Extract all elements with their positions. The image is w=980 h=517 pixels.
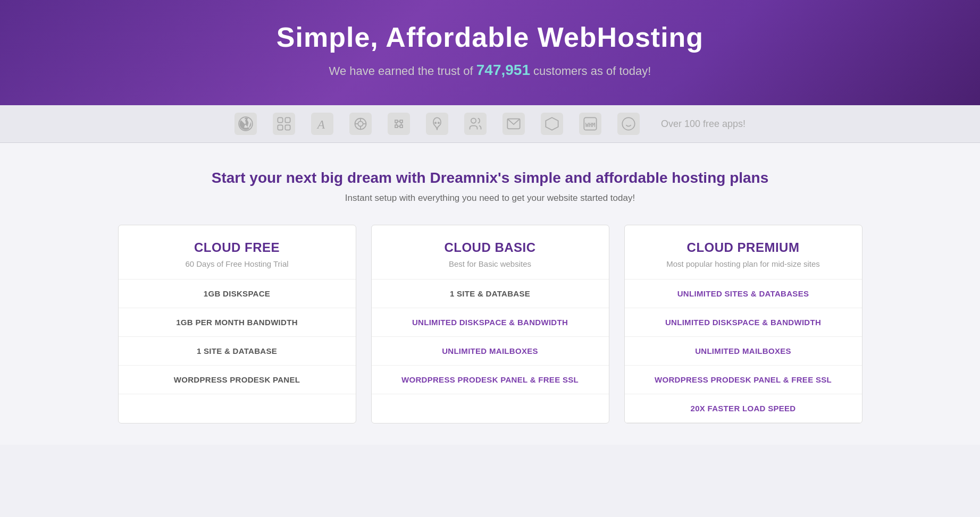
plan-feature-cloud-free-3: WORDPRESS PRODESK PANEL <box>119 366 356 394</box>
plan-feature-cloud-free-2: 1 SITE & DATABASE <box>119 337 356 366</box>
cpanel-icon <box>349 113 372 135</box>
drupal-icon <box>426 113 448 135</box>
svg-point-18 <box>471 118 476 123</box>
main-content: Start your next big dream with Dreamnix'… <box>0 143 980 445</box>
svg-point-7 <box>358 121 363 126</box>
hero-section: Simple, Affordable WebHosting We have ea… <box>0 0 980 105</box>
plan-feature-cloud-basic-0: 1 SITE & DATABASE <box>372 279 609 308</box>
plan-title-cloud-free: CLOUD FREE <box>129 240 345 255</box>
svg-text:A: A <box>316 117 325 131</box>
svg-point-16 <box>435 122 436 123</box>
svg-rect-2 <box>285 117 290 122</box>
email-icon <box>502 113 525 135</box>
plan-feature-cloud-basic-2: UNLIMITED MAILBOXES <box>372 337 609 366</box>
trust-text-post: customers as of today! <box>533 64 651 78</box>
svg-marker-20 <box>546 117 558 130</box>
svg-point-17 <box>438 122 439 123</box>
plan-subtitle-cloud-free: 60 Days of Free Hosting Trial <box>129 259 345 268</box>
plan-feature-cloud-basic-1: UNLIMITED DISKSPACE & BANDWIDTH <box>372 308 609 337</box>
trust-text-pre: We have earned the trust of <box>329 64 473 78</box>
plan-feature-cloud-premium-4: 20X FASTER LOAD SPEED <box>625 394 862 423</box>
wordpress-icon <box>234 113 257 135</box>
plan-header-cloud-basic: CLOUD BASICBest for Basic websites <box>372 225 609 279</box>
plan-feature-cloud-premium-3: WORDPRESS PRODESK PANEL & FREE SSL <box>625 366 862 394</box>
plan-subtitle-cloud-premium: Most popular hosting plan for mid-size s… <box>635 259 851 268</box>
plan-feature-cloud-premium-2: UNLIMITED MAILBOXES <box>625 337 862 366</box>
plan-header-cloud-premium: CLOUD PREMIUMMost popular hosting plan f… <box>625 225 862 279</box>
svg-rect-4 <box>285 125 290 130</box>
svg-point-23 <box>622 117 634 130</box>
whm-icon: WHM <box>579 113 601 135</box>
over-apps-label: Over 100 free apps! <box>661 118 746 130</box>
plan-subtitle-cloud-basic: Best for Basic websites <box>382 259 598 268</box>
plan-feature-cloud-free-0: 1GB DISKSPACE <box>119 279 356 308</box>
plan-feature-cloud-free-1: 1GB PER MONTH BANDWIDTH <box>119 308 356 337</box>
joomla-icon <box>273 113 295 135</box>
users-icon <box>464 113 487 135</box>
tagline-subheading: Instant setup with everything you need t… <box>32 193 948 204</box>
joomla2-icon <box>388 113 410 135</box>
typo3-icon: A <box>311 113 333 135</box>
plan-title-cloud-premium: CLOUD PREMIUM <box>635 240 851 255</box>
plan-card-cloud-basic: CLOUD BASICBest for Basic websites1 SITE… <box>371 225 609 423</box>
plan-feature-cloud-basic-3: WORDPRESS PRODESK PANEL & FREE SSL <box>372 366 609 394</box>
plans-grid: CLOUD FREE60 Days of Free Hosting Trial1… <box>118 225 862 423</box>
apps-bar: A WHM Over 100 free apps! <box>0 105 980 143</box>
hero-subtitle: We have earned the trust of 747,951 cust… <box>11 62 969 79</box>
trust-number: 747,951 <box>476 62 530 78</box>
tagline-heading: Start your next big dream with Dreamnix'… <box>32 169 948 187</box>
tagline-section: Start your next big dream with Dreamnix'… <box>32 169 948 204</box>
plan-feature-cloud-premium-1: UNLIMITED DISKSPACE & BANDWIDTH <box>625 308 862 337</box>
plan-feature-cloud-premium-0: UNLIMITED SITES & DATABASES <box>625 279 862 308</box>
plan-card-cloud-premium: CLOUD PREMIUMMost popular hosting plan f… <box>624 225 862 423</box>
svg-rect-3 <box>278 125 282 130</box>
plan-card-cloud-free: CLOUD FREE60 Days of Free Hosting Trial1… <box>118 225 356 423</box>
hero-title: Simple, Affordable WebHosting <box>11 21 969 53</box>
magento-icon <box>541 113 563 135</box>
plan-header-cloud-free: CLOUD FREE60 Days of Free Hosting Trial <box>119 225 356 279</box>
chat-icon <box>617 113 640 135</box>
svg-text:WHM: WHM <box>585 122 596 128</box>
svg-rect-1 <box>278 117 282 122</box>
plan-title-cloud-basic: CLOUD BASIC <box>382 240 598 255</box>
